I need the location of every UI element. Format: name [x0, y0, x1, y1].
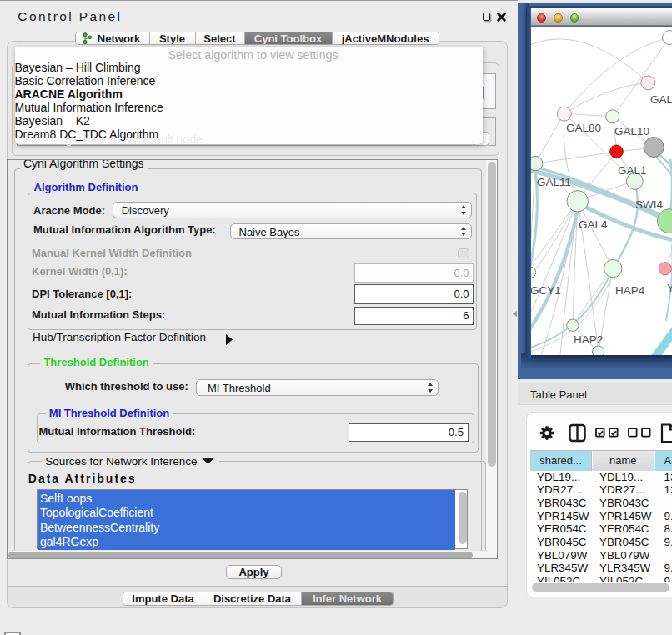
- svg-text:GCY1: GCY1: [530, 284, 561, 297]
- svg-text:HAP2: HAP2: [574, 333, 603, 346]
- svg-text:GAL7: GAL7: [650, 93, 672, 106]
- svg-text:SWI4: SWI4: [635, 198, 663, 211]
- svg-text:GAL80: GAL80: [566, 122, 601, 134]
- svg-text:Y: Y: [667, 282, 672, 294]
- svg-text:GAL10: GAL10: [614, 125, 649, 138]
- svg-text:HAP4: HAP4: [615, 284, 645, 297]
- svg-text:GAL11: GAL11: [537, 176, 571, 188]
- svg-text:GAL1: GAL1: [618, 164, 647, 177]
- svg-text:GAL4: GAL4: [579, 218, 608, 231]
